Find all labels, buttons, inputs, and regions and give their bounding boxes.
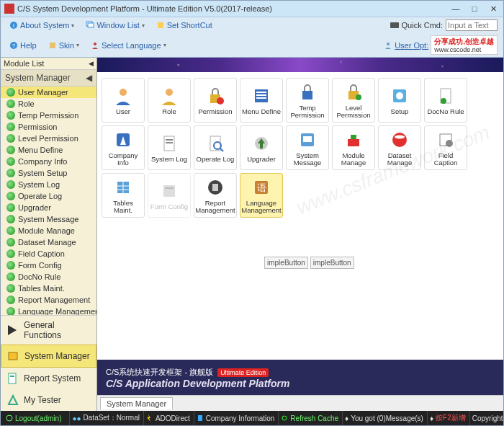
tree-item-permission[interactable]: Permission [1,121,96,133]
tree-item-user-manager[interactable]: User Manager [1,86,96,98]
bullet-icon [6,192,15,200]
tree-item-label: Role [18,99,35,108]
status-refresh[interactable]: Refresh Cache [278,411,341,425]
tree-item-level-permission[interactable]: Level Permission [1,133,96,144]
tree-item-language-management[interactable]: Language Management [1,306,96,315]
svg-point-9 [94,43,96,45]
menu-icon [251,85,272,107]
module-label: LevelPermission [337,105,371,119]
module-user[interactable]: User [102,78,145,123]
module-upgrade[interactable]: Upgrader [240,125,283,170]
quick-cmd-input[interactable] [446,19,498,31]
tree-item-company-info[interactable]: Company Info [1,156,96,167]
upgrade-icon [251,133,272,154]
info-icon: i [9,21,18,30]
simple-button-1[interactable]: impleButton [310,257,354,269]
module-oplog[interactable]: Operate Log [194,125,237,170]
module-menu[interactable]: Menu Define [240,78,283,123]
svg-rect-38 [303,136,312,142]
oplog-icon [204,133,226,154]
svg-rect-20 [256,94,266,96]
tree-item-system-log[interactable]: System Log [1,179,96,190]
module-label: Tables Maint. [104,200,143,214]
module-role[interactable]: Role [148,78,191,123]
module-label: TempPermission [291,105,325,119]
maximize-button[interactable]: □ [468,4,481,14]
module-syslog[interactable]: System Log [148,125,191,170]
help-button[interactable]: ? Help [6,40,40,51]
window-list-button[interactable]: Window List▾ [83,19,147,31]
tree-item-label: Company Info [18,157,67,166]
svg-rect-52 [212,184,218,191]
tree-item-tables-maint-[interactable]: Tables Maint. [1,283,96,294]
tree-item-docno-rule[interactable]: DocNo Rule [1,271,96,283]
skin-button[interactable]: Skin▾ [45,40,82,51]
module-dataset[interactable]: Dataset Manage [378,125,421,170]
module-modmgr[interactable]: Module Manage [332,125,375,170]
collapse-icon[interactable]: ◀ [89,60,94,67]
svg-rect-56 [198,415,202,421]
module-msg[interactable]: SystemMessage [286,125,329,170]
module-docno[interactable]: DocNo Rule [424,78,467,123]
panel-caret-icon[interactable]: ◀ [86,73,92,83]
module-temp[interactable]: TempPermission [286,78,329,123]
nav-my-tester[interactable]: My Tester [1,389,96,411]
close-button[interactable]: ✕ [487,4,500,14]
user-opt-icon [384,41,392,50]
tree-item-temp-permission[interactable]: Temp Permission [1,110,96,121]
bullet-icon [6,123,15,131]
tree-item-menu-define[interactable]: Menu Define [1,144,96,156]
help-icon: ? [9,41,18,50]
tree-item-role[interactable]: Role [1,98,96,110]
bullet-icon [6,111,15,120]
about-system-button[interactable]: i About System▾ [6,19,77,31]
status-logout[interactable]: Logout(admin) [4,411,63,425]
tree-item-upgrader[interactable]: Upgrader [1,202,96,213]
nav-icon [7,350,20,363]
skin-icon [48,41,57,50]
select-language-button[interactable]: Select Language▾ [88,40,169,51]
bullet-icon [6,169,15,177]
nav-general-functions[interactable]: General Functions [1,316,96,345]
svg-point-44 [446,140,453,147]
tab-system-manager[interactable]: System Manager [100,397,173,409]
module-report[interactable]: ReportManagement [194,173,237,218]
module-setup[interactable]: Setup [378,78,421,123]
module-label: Upgrader [247,156,276,163]
dataset-icon [389,129,410,151]
bullet-icon [6,226,15,235]
user-opt-link[interactable]: User Opt: [395,41,428,50]
module-field[interactable]: Field Caption [424,125,467,170]
tree-item-field-caption[interactable]: Field Caption [1,248,96,259]
bullet-icon [6,284,15,293]
nav-system-manager[interactable]: System Manager [1,345,96,368]
module-lang[interactable]: 语LanguageManagement [240,173,283,218]
module-tables[interactable]: Tables Maint. [102,173,145,218]
tree-item-operate-log[interactable]: Operate Log [1,190,96,202]
status-dataset[interactable]: ●●DataSet：Normal [69,411,141,425]
status-company[interactable]: Company Information [194,411,277,425]
nav-label: Report System [24,373,81,383]
svg-point-24 [356,94,361,100]
module-list-header: Module List [4,59,44,68]
sidebar-panel-title: System Manager [5,73,71,83]
tree-item-label: Form Config [18,261,62,270]
status-ado[interactable]: ADODirect [143,411,192,425]
tree-item-module-manage[interactable]: Module Manage [1,225,96,236]
tree-item-dataset-manage[interactable]: Dataset Manage [1,236,96,248]
shortcut-button[interactable]: Set ShortCut [153,19,215,31]
tree-item-system-setup[interactable]: System Setup [1,167,96,179]
tree-item-report-management[interactable]: Report Management [1,294,96,306]
tree-item-form-config[interactable]: Form Config [1,259,96,271]
simple-button-0[interactable]: impleButton [264,257,308,269]
field-icon [435,129,456,151]
minimize-button[interactable]: — [449,4,462,14]
window-title: C/S System Development Platform - Ultima… [17,4,449,13]
module-level[interactable]: LevelPermission [332,78,375,123]
status-messages[interactable]: ♦You got (0)Message(s) [342,411,426,425]
module-perm[interactable]: Permission [194,78,237,123]
module-company[interactable]: Company Info [102,125,145,170]
tree-item-system-message[interactable]: System Message [1,213,96,225]
nav-report-system[interactable]: Report System [1,368,96,389]
module-form: Form Config [148,173,191,218]
